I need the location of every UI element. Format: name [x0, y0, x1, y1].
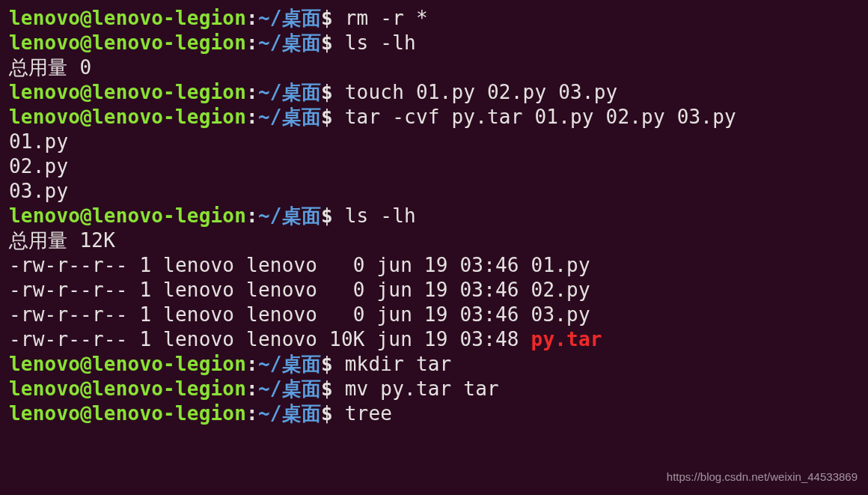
command-text: rm -r *: [345, 7, 428, 29]
terminal-line: -rw-r--r-- 1 lenovo lenovo 0 jun 19 03:4…: [9, 278, 859, 303]
prompt-path: ~/桌面: [258, 402, 321, 425]
prompt-dollar: $: [321, 377, 333, 400]
command-text: mv py.tar tar: [345, 377, 499, 400]
prompt-user-host: lenovo@lenovo-legion: [9, 31, 246, 54]
output-text: -rw-r--r-- 1 lenovo lenovo 0 jun 19 03:4…: [9, 303, 590, 326]
terminal-line: -rw-r--r-- 1 lenovo lenovo 10K jun 19 03…: [9, 327, 859, 352]
terminal-line: lenovo@lenovo-legion:~/桌面$ ls -lh: [9, 204, 859, 228]
prompt-dollar: $: [321, 204, 333, 227]
prompt-colon: :: [246, 7, 258, 29]
output-text: 01.py: [9, 130, 68, 153]
command-text: tar -cvf py.tar 01.py 02.py 03.py: [345, 106, 736, 128]
prompt-colon: :: [246, 377, 258, 400]
output-text: -rw-r--r-- 1 lenovo lenovo 0 jun 19 03:4…: [9, 254, 590, 276]
output-text: -rw-r--r-- 1 lenovo lenovo 10K jun 19 03…: [9, 328, 531, 350]
watermark-text: https://blog.csdn.net/weixin_44533869: [667, 464, 858, 489]
terminal-line: -rw-r--r-- 1 lenovo lenovo 0 jun 19 03:4…: [9, 253, 859, 278]
prompt-user-host: lenovo@lenovo-legion: [9, 353, 246, 375]
terminal-line: lenovo@lenovo-legion:~/桌面$ mv py.tar tar: [9, 377, 859, 401]
prompt-path: ~/桌面: [258, 377, 321, 400]
prompt-dollar: $: [321, 81, 333, 103]
prompt-dollar: $: [321, 106, 333, 128]
output-text: 总用量 12K: [9, 229, 115, 252]
prompt-dollar: $: [321, 402, 333, 425]
output-text: 总用量 0: [9, 56, 91, 79]
command-text: mkdir tar: [345, 353, 452, 375]
output-text: -rw-r--r-- 1 lenovo lenovo 0 jun 19 03:4…: [9, 279, 590, 301]
prompt-dollar: $: [321, 7, 333, 29]
prompt-user-host: lenovo@lenovo-legion: [9, 106, 246, 128]
command-text: tree: [345, 402, 392, 425]
terminal-line: lenovo@lenovo-legion:~/桌面$ mkdir tar: [9, 352, 859, 377]
command-text: touch 01.py 02.py 03.py: [345, 81, 618, 103]
terminal-line: 03.py: [9, 179, 859, 204]
terminal-line: lenovo@lenovo-legion:~/桌面$ tar -cvf py.t…: [9, 105, 859, 130]
prompt-dollar: $: [321, 31, 333, 54]
prompt-user-host: lenovo@lenovo-legion: [9, 402, 246, 425]
prompt-dollar: $: [321, 353, 333, 375]
prompt-user-host: lenovo@lenovo-legion: [9, 7, 246, 29]
prompt-path: ~/桌面: [258, 81, 321, 103]
terminal-output[interactable]: lenovo@lenovo-legion:~/桌面$ rm -r *lenovo…: [9, 6, 859, 426]
prompt-colon: :: [246, 31, 258, 54]
prompt-user-host: lenovo@lenovo-legion: [9, 81, 246, 103]
prompt-colon: :: [246, 81, 258, 103]
prompt-path: ~/桌面: [258, 31, 321, 54]
output-text: 03.py: [9, 180, 68, 202]
prompt-path: ~/桌面: [258, 7, 321, 29]
prompt-path: ~/桌面: [258, 204, 321, 227]
terminal-line: -rw-r--r-- 1 lenovo lenovo 0 jun 19 03:4…: [9, 303, 859, 327]
prompt-user-host: lenovo@lenovo-legion: [9, 377, 246, 400]
prompt-user-host: lenovo@lenovo-legion: [9, 204, 246, 227]
command-text: ls -lh: [345, 31, 416, 54]
terminal-line: 02.py: [9, 154, 859, 179]
terminal-line: 总用量 0: [9, 55, 859, 80]
terminal-line: lenovo@lenovo-legion:~/桌面$ rm -r *: [9, 6, 859, 31]
prompt-colon: :: [246, 402, 258, 425]
terminal-line: lenovo@lenovo-legion:~/桌面$ tree: [9, 401, 859, 426]
command-text: ls -lh: [345, 204, 416, 227]
prompt-colon: :: [246, 204, 258, 227]
terminal-line: lenovo@lenovo-legion:~/桌面$ touch 01.py 0…: [9, 80, 859, 105]
output-text: 02.py: [9, 155, 68, 177]
terminal-line: 01.py: [9, 130, 859, 154]
prompt-colon: :: [246, 106, 258, 128]
prompt-colon: :: [246, 353, 258, 375]
prompt-path: ~/桌面: [258, 106, 321, 128]
terminal-line: 总用量 12K: [9, 228, 859, 253]
terminal-line: lenovo@lenovo-legion:~/桌面$ ls -lh: [9, 31, 859, 55]
archive-file-name: py.tar: [531, 328, 602, 350]
prompt-path: ~/桌面: [258, 353, 321, 375]
